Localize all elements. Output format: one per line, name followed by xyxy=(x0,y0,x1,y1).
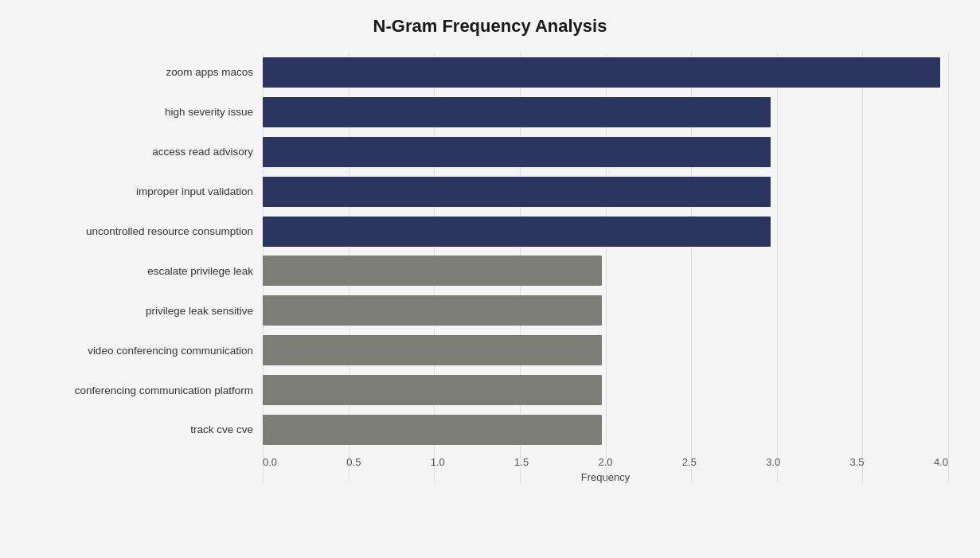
bar-row: privilege leak sensitive xyxy=(32,291,940,330)
bar-track xyxy=(263,295,940,326)
chart-title: N-Gram Frequency Analysis xyxy=(32,16,948,37)
bar-row: improper input validation xyxy=(32,173,940,211)
bar-track xyxy=(263,335,940,365)
bar-fill xyxy=(263,57,940,88)
bar-label: conferencing communication platform xyxy=(32,384,263,396)
bar-label: high severity issue xyxy=(32,106,263,118)
bar-label: video conferencing communication xyxy=(32,345,263,357)
bar-fill xyxy=(263,375,602,405)
x-tick: 1.5 xyxy=(514,456,529,468)
bar-row: track cve cve xyxy=(32,411,940,449)
x-tick: 2.0 xyxy=(598,456,612,468)
bar-label: zoom apps macos xyxy=(32,66,263,78)
x-tick: 2.5 xyxy=(682,456,697,468)
bar-label: uncontrolled resource consumption xyxy=(32,225,263,237)
bar-track xyxy=(263,217,940,247)
bar-label: track cve cve xyxy=(32,423,263,435)
bar-row: access read advisory xyxy=(32,133,940,171)
bar-fill xyxy=(263,415,602,445)
bar-fill xyxy=(263,137,771,167)
bar-row: conferencing communication platform xyxy=(32,371,940,409)
bars-section: zoom apps macos high severity issue acce… xyxy=(32,53,948,450)
bar-label: escalate privilege leak xyxy=(32,265,263,277)
x-axis-ticks: 0.00.51.01.52.02.53.03.54.0 xyxy=(263,456,948,468)
x-tick: 4.0 xyxy=(934,456,948,468)
bar-row: high severity issue xyxy=(32,93,940,131)
bar-fill xyxy=(263,97,771,127)
bar-track xyxy=(263,256,940,286)
bar-track xyxy=(263,415,940,445)
x-axis: 0.00.51.01.52.02.53.03.54.0 xyxy=(32,456,948,468)
chart-area: zoom apps macos high severity issue acce… xyxy=(32,53,948,483)
bar-fill xyxy=(263,256,602,286)
bar-track xyxy=(263,97,940,127)
bar-fill xyxy=(263,295,602,326)
bar-label: privilege leak sensitive xyxy=(32,305,263,317)
grid-line xyxy=(948,53,949,483)
bar-label: access read advisory xyxy=(32,146,263,158)
bar-row: escalate privilege leak xyxy=(32,252,940,290)
x-tick: 3.5 xyxy=(850,456,865,468)
bar-fill xyxy=(263,335,602,365)
bar-row: video conferencing communication xyxy=(32,331,940,369)
bar-row: zoom apps macos xyxy=(32,53,940,92)
chart-container: N-Gram Frequency Analysis zoom apps maco… xyxy=(0,0,980,558)
x-tick: 0.0 xyxy=(263,456,277,468)
bar-track xyxy=(263,137,940,167)
bar-row: uncontrolled resource consumption xyxy=(32,213,940,251)
bar-label: improper input validation xyxy=(32,185,263,197)
x-axis-label: Frequency xyxy=(32,471,948,483)
x-tick: 3.0 xyxy=(766,456,780,468)
x-tick: 1.0 xyxy=(431,456,445,468)
bar-fill xyxy=(263,177,771,207)
bar-track xyxy=(263,57,940,88)
bar-track xyxy=(263,177,940,207)
x-tick: 0.5 xyxy=(346,456,361,468)
bar-fill xyxy=(263,217,771,247)
bar-track xyxy=(263,375,940,405)
